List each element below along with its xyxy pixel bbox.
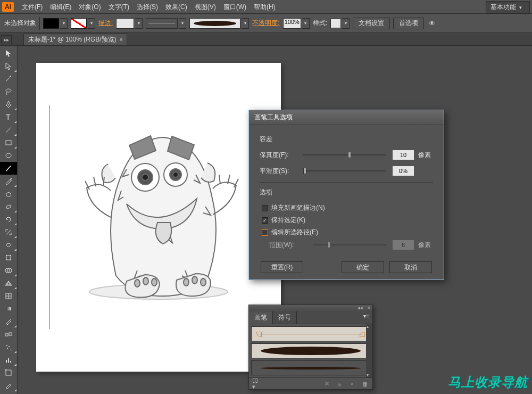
- fidelity-slider[interactable]: [303, 154, 386, 155]
- free-transform-tool[interactable]: [0, 251, 17, 264]
- pencil-tool[interactable]: [0, 175, 17, 187]
- panel-menu-icon[interactable]: ▾≡: [360, 311, 372, 324]
- stroke-profile[interactable]: [146, 18, 178, 29]
- line-segment-tool[interactable]: [0, 124, 17, 136]
- pen-tool[interactable]: [0, 98, 17, 111]
- panel-close-icon[interactable]: ×: [368, 305, 370, 310]
- keep-selected-checkbox[interactable]: [262, 217, 268, 224]
- blob-brush-tool[interactable]: [0, 187, 17, 200]
- brush-libraries-icon[interactable]: 🕮▾: [252, 380, 261, 388]
- fidelity-label: 保真度(F):: [260, 151, 297, 160]
- brush-options-icon[interactable]: ≡: [335, 380, 344, 388]
- reset-button[interactable]: 重置(R): [261, 261, 303, 273]
- range-slider: [313, 244, 386, 245]
- cancel-button[interactable]: 取消: [389, 261, 432, 273]
- document-tab[interactable]: 未标题-1* @ 100% (RGB/预览) ×: [23, 34, 127, 45]
- ellipse-tool[interactable]: [0, 149, 17, 162]
- eraser-tool[interactable]: [0, 200, 17, 213]
- brush-list-item[interactable]: [251, 360, 370, 375]
- selection-tool[interactable]: [0, 47, 17, 60]
- guide-line[interactable]: [49, 105, 49, 329]
- delete-brush-icon[interactable]: 🗑: [361, 380, 369, 388]
- document-setup-button[interactable]: 文档设置: [353, 18, 390, 29]
- mesh-tool[interactable]: [0, 290, 17, 302]
- stroke-swatch[interactable]: [71, 18, 87, 29]
- opacity-label[interactable]: 不透明度:: [252, 19, 279, 28]
- svg-rect-17: [6, 307, 11, 310]
- panel-drag-bar[interactable]: ◂◂ ×: [249, 305, 372, 311]
- type-tool[interactable]: T: [0, 111, 17, 124]
- fidelity-value[interactable]: 10: [393, 150, 414, 160]
- stroke-profile-dropdown[interactable]: ▾: [179, 18, 186, 29]
- perspective-grid-tool[interactable]: [0, 277, 17, 290]
- magic-wand-tool[interactable]: [0, 72, 17, 85]
- menu-object[interactable]: 对象(O): [75, 0, 104, 14]
- scale-tool[interactable]: [0, 226, 17, 239]
- menu-file[interactable]: 文件(F): [18, 0, 46, 14]
- remove-brush-stroke-icon[interactable]: ⤫: [322, 380, 331, 388]
- stroke-weight-input[interactable]: [116, 18, 134, 29]
- brush-definition[interactable]: [189, 18, 240, 29]
- range-label: 范围(W):: [269, 241, 306, 250]
- column-graph-tool[interactable]: [0, 354, 17, 366]
- gear-icon[interactable]: 👁: [427, 19, 437, 28]
- paintbrush-tool-options-dialog: 画笔工具选项 容差 保真度(F): 10 像素 平滑度(S): 0% 选项 填充…: [248, 110, 444, 280]
- svg-point-40: [152, 278, 157, 286]
- stroke-label[interactable]: 描边:: [98, 19, 113, 28]
- new-brush-icon[interactable]: ▫: [348, 380, 356, 388]
- eyedropper-tool[interactable]: [0, 315, 17, 328]
- graphic-style-swatch[interactable]: [330, 19, 341, 28]
- svg-point-1: [8, 104, 9, 105]
- brushes-tab[interactable]: 画笔: [249, 311, 273, 324]
- fill-dropdown[interactable]: ▾: [60, 18, 68, 29]
- svg-point-42: [192, 276, 197, 284]
- opacity-dropdown[interactable]: ▾: [302, 18, 310, 29]
- smoothness-value[interactable]: 0%: [393, 166, 414, 176]
- panel-collapse-icon[interactable]: ◂◂: [358, 305, 363, 310]
- menu-window[interactable]: 窗口(W): [220, 0, 250, 14]
- slice-tool[interactable]: [0, 379, 17, 392]
- preferences-button[interactable]: 首选项: [393, 18, 424, 29]
- menu-effect[interactable]: 效果(C): [162, 0, 191, 14]
- symbol-sprayer-tool[interactable]: [0, 341, 17, 354]
- edit-selected-paths-checkbox[interactable]: [262, 229, 268, 236]
- artboard[interactable]: [36, 63, 281, 372]
- stroke-dropdown[interactable]: ▾: [88, 18, 95, 29]
- expand-panels-icon[interactable]: ▸▸: [1, 35, 12, 44]
- shape-builder-tool[interactable]: [0, 264, 17, 277]
- fill-new-strokes-checkbox[interactable]: [262, 205, 268, 211]
- fill-swatch[interactable]: [43, 18, 59, 29]
- close-tab-icon[interactable]: ×: [120, 37, 123, 43]
- opacity-input[interactable]: 100%: [283, 18, 301, 29]
- brush-definition-dropdown[interactable]: ▾: [242, 18, 249, 29]
- keep-selected-label: 保持选定(K): [271, 216, 305, 225]
- rectangle-tool[interactable]: [0, 136, 17, 149]
- hand-tool[interactable]: [0, 392, 17, 394]
- dialog-titlebar[interactable]: 画笔工具选项: [249, 110, 444, 125]
- panel-scrollbar[interactable]: [366, 324, 372, 377]
- fidelity-unit: 像素: [418, 151, 433, 160]
- width-tool[interactable]: [0, 239, 17, 251]
- menu-view[interactable]: 视图(V): [191, 0, 220, 14]
- menu-edit[interactable]: 编辑(E): [46, 0, 75, 14]
- smoothness-slider[interactable]: [303, 170, 386, 171]
- blend-tool[interactable]: [0, 328, 17, 341]
- menu-help[interactable]: 帮助(H): [250, 0, 279, 14]
- ok-button[interactable]: 确定: [342, 261, 384, 273]
- gradient-tool[interactable]: [0, 302, 17, 315]
- menu-type[interactable]: 文字(T): [105, 0, 133, 14]
- paintbrush-tool[interactable]: [0, 162, 17, 175]
- symbols-tab[interactable]: 符号: [273, 311, 297, 324]
- graphic-style-dropdown[interactable]: ▾: [342, 18, 350, 29]
- menu-select[interactable]: 选择(S): [133, 0, 162, 14]
- rotate-tool[interactable]: [0, 213, 17, 226]
- svg-rect-7: [6, 256, 11, 260]
- svg-point-41: [184, 278, 189, 286]
- lasso-tool[interactable]: [0, 85, 17, 98]
- artboard-tool[interactable]: [0, 366, 17, 379]
- stroke-weight-dropdown[interactable]: ▾: [135, 18, 143, 29]
- workspace-switcher[interactable]: 基本功能: [486, 1, 530, 13]
- brush-list-item[interactable]: [251, 326, 370, 341]
- brush-list-item[interactable]: [251, 343, 370, 358]
- direct-selection-tool[interactable]: [0, 60, 17, 72]
